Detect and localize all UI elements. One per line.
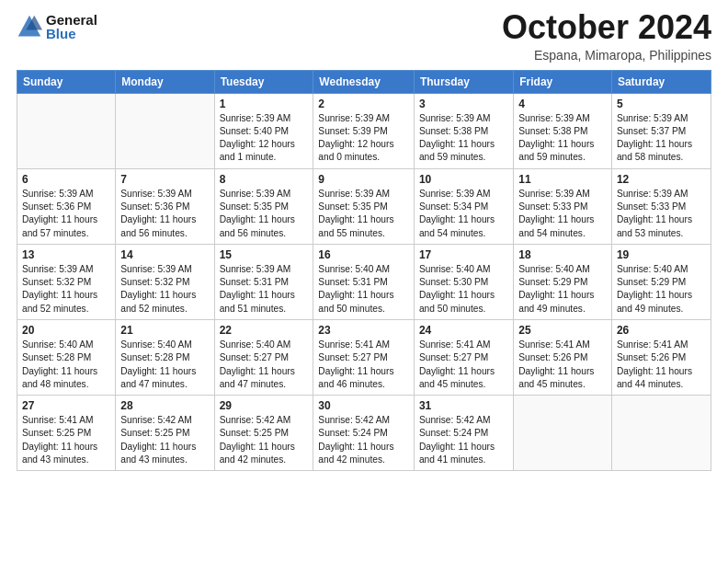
day-number: 12 (617, 173, 706, 186)
page: General Blue October 2024 Espana, Mimaro… (0, 0, 728, 563)
day-number: 9 (318, 173, 409, 186)
calendar-cell (116, 93, 214, 168)
cell-content: Sunrise: 5:39 AMSunset: 5:35 PMDaylight:… (220, 188, 309, 240)
calendar-cell: 25Sunrise: 5:41 AMSunset: 5:26 PMDayligh… (514, 319, 612, 395)
calendar-header-monday: Monday (116, 70, 214, 93)
cell-content: Sunrise: 5:39 AMSunset: 5:39 PMDaylight:… (318, 112, 409, 165)
cell-content: Sunrise: 5:42 AMSunset: 5:25 PMDaylight:… (120, 414, 209, 466)
day-number: 25 (518, 324, 607, 337)
calendar-cell: 23Sunrise: 5:41 AMSunset: 5:27 PMDayligh… (313, 319, 415, 395)
calendar-cell: 19Sunrise: 5:40 AMSunset: 5:29 PMDayligh… (611, 244, 711, 319)
day-number: 14 (120, 248, 209, 261)
cell-content: Sunrise: 5:40 AMSunset: 5:31 PMDaylight:… (318, 263, 409, 316)
logo-icon (17, 14, 42, 40)
day-number: 4 (518, 98, 607, 110)
calendar-cell: 2Sunrise: 5:39 AMSunset: 5:39 PMDaylight… (313, 93, 415, 168)
cell-content: Sunrise: 5:40 AMSunset: 5:28 PMDaylight:… (22, 339, 110, 391)
calendar-cell: 21Sunrise: 5:40 AMSunset: 5:28 PMDayligh… (116, 319, 214, 395)
cell-content: Sunrise: 5:39 AMSunset: 5:34 PMDaylight:… (419, 188, 508, 240)
calendar-week-3: 20Sunrise: 5:40 AMSunset: 5:28 PMDayligh… (17, 319, 711, 395)
calendar-cell: 28Sunrise: 5:42 AMSunset: 5:25 PMDayligh… (116, 396, 214, 471)
calendar-cell: 5Sunrise: 5:39 AMSunset: 5:37 PMDaylight… (611, 93, 711, 168)
calendar-week-4: 27Sunrise: 5:41 AMSunset: 5:25 PMDayligh… (17, 396, 711, 471)
day-number: 29 (220, 399, 309, 412)
day-number: 21 (120, 324, 209, 337)
title-section: October 2024 Espana, Mimaropa, Philippin… (502, 9, 711, 63)
calendar-cell: 22Sunrise: 5:40 AMSunset: 5:27 PMDayligh… (214, 319, 313, 395)
cell-content: Sunrise: 5:39 AMSunset: 5:32 PMDaylight:… (120, 263, 209, 316)
calendar-cell: 9Sunrise: 5:39 AMSunset: 5:35 PMDaylight… (313, 168, 415, 244)
cell-content: Sunrise: 5:39 AMSunset: 5:31 PMDaylight:… (220, 263, 309, 316)
calendar-cell: 24Sunrise: 5:41 AMSunset: 5:27 PMDayligh… (414, 319, 513, 395)
calendar-cell: 26Sunrise: 5:41 AMSunset: 5:26 PMDayligh… (611, 319, 711, 395)
day-number: 1 (220, 98, 309, 110)
calendar-cell: 3Sunrise: 5:39 AMSunset: 5:38 PMDaylight… (414, 93, 513, 168)
logo-blue: Blue (46, 27, 97, 40)
day-number: 20 (22, 324, 110, 337)
logo-general: General (46, 13, 97, 27)
cell-content: Sunrise: 5:39 AMSunset: 5:37 PMDaylight:… (617, 112, 706, 165)
cell-content: Sunrise: 5:39 AMSunset: 5:38 PMDaylight:… (419, 112, 508, 165)
calendar-cell: 6Sunrise: 5:39 AMSunset: 5:36 PMDaylight… (17, 168, 116, 244)
location: Espana, Mimaropa, Philippines (502, 48, 711, 63)
calendar-header-tuesday: Tuesday (214, 70, 313, 93)
cell-content: Sunrise: 5:39 AMSunset: 5:36 PMDaylight:… (120, 188, 209, 240)
calendar-cell: 12Sunrise: 5:39 AMSunset: 5:33 PMDayligh… (611, 168, 711, 244)
cell-content: Sunrise: 5:41 AMSunset: 5:25 PMDaylight:… (22, 414, 110, 466)
header: General Blue October 2024 Espana, Mimaro… (17, 9, 711, 63)
cell-content: Sunrise: 5:39 AMSunset: 5:32 PMDaylight:… (22, 263, 110, 316)
day-number: 31 (419, 399, 508, 412)
month-title: October 2024 (502, 9, 711, 46)
calendar: SundayMondayTuesdayWednesdayThursdayFrid… (17, 70, 711, 472)
calendar-cell: 14Sunrise: 5:39 AMSunset: 5:32 PMDayligh… (116, 244, 214, 319)
day-number: 2 (318, 98, 409, 110)
calendar-cell: 29Sunrise: 5:42 AMSunset: 5:25 PMDayligh… (214, 396, 313, 471)
cell-content: Sunrise: 5:40 AMSunset: 5:28 PMDaylight:… (120, 339, 209, 391)
day-number: 26 (617, 324, 706, 337)
day-number: 5 (617, 98, 706, 110)
day-number: 7 (120, 173, 209, 186)
calendar-cell: 7Sunrise: 5:39 AMSunset: 5:36 PMDaylight… (116, 168, 214, 244)
day-number: 3 (419, 98, 508, 110)
cell-content: Sunrise: 5:42 AMSunset: 5:24 PMDaylight:… (318, 414, 409, 466)
cell-content: Sunrise: 5:41 AMSunset: 5:26 PMDaylight:… (518, 339, 607, 391)
calendar-cell: 16Sunrise: 5:40 AMSunset: 5:31 PMDayligh… (313, 244, 415, 319)
day-number: 28 (120, 399, 209, 412)
cell-content: Sunrise: 5:39 AMSunset: 5:40 PMDaylight:… (220, 112, 309, 165)
cell-content: Sunrise: 5:41 AMSunset: 5:26 PMDaylight:… (617, 339, 706, 391)
cell-content: Sunrise: 5:40 AMSunset: 5:29 PMDaylight:… (617, 263, 706, 316)
calendar-cell: 1Sunrise: 5:39 AMSunset: 5:40 PMDaylight… (214, 93, 313, 168)
cell-content: Sunrise: 5:40 AMSunset: 5:27 PMDaylight:… (220, 339, 309, 391)
day-number: 22 (220, 324, 309, 337)
day-number: 17 (419, 248, 508, 261)
cell-content: Sunrise: 5:39 AMSunset: 5:35 PMDaylight:… (318, 188, 409, 240)
calendar-week-0: 1Sunrise: 5:39 AMSunset: 5:40 PMDaylight… (17, 93, 711, 168)
calendar-week-2: 13Sunrise: 5:39 AMSunset: 5:32 PMDayligh… (17, 244, 711, 319)
calendar-header-saturday: Saturday (611, 70, 711, 93)
calendar-header-sunday: Sunday (17, 70, 116, 93)
calendar-header-thursday: Thursday (414, 70, 513, 93)
cell-content: Sunrise: 5:41 AMSunset: 5:27 PMDaylight:… (318, 339, 409, 391)
cell-content: Sunrise: 5:40 AMSunset: 5:29 PMDaylight:… (518, 263, 607, 316)
calendar-cell: 20Sunrise: 5:40 AMSunset: 5:28 PMDayligh… (17, 319, 116, 395)
calendar-cell: 31Sunrise: 5:42 AMSunset: 5:24 PMDayligh… (414, 396, 513, 471)
calendar-cell: 30Sunrise: 5:42 AMSunset: 5:24 PMDayligh… (313, 396, 415, 471)
calendar-cell: 8Sunrise: 5:39 AMSunset: 5:35 PMDaylight… (214, 168, 313, 244)
day-number: 24 (419, 324, 508, 337)
day-number: 13 (22, 248, 110, 261)
calendar-cell (17, 93, 116, 168)
day-number: 18 (518, 248, 607, 261)
day-number: 11 (518, 173, 607, 186)
calendar-header-friday: Friday (514, 70, 612, 93)
day-number: 15 (220, 248, 309, 261)
calendar-cell (514, 396, 612, 471)
day-number: 19 (617, 248, 706, 261)
day-number: 30 (318, 399, 409, 412)
calendar-header-wednesday: Wednesday (313, 70, 415, 93)
calendar-cell: 15Sunrise: 5:39 AMSunset: 5:31 PMDayligh… (214, 244, 313, 319)
cell-content: Sunrise: 5:39 AMSunset: 5:36 PMDaylight:… (22, 188, 110, 240)
calendar-cell: 11Sunrise: 5:39 AMSunset: 5:33 PMDayligh… (514, 168, 612, 244)
cell-content: Sunrise: 5:39 AMSunset: 5:33 PMDaylight:… (518, 188, 607, 240)
calendar-cell: 4Sunrise: 5:39 AMSunset: 5:38 PMDaylight… (514, 93, 612, 168)
calendar-cell: 17Sunrise: 5:40 AMSunset: 5:30 PMDayligh… (414, 244, 513, 319)
